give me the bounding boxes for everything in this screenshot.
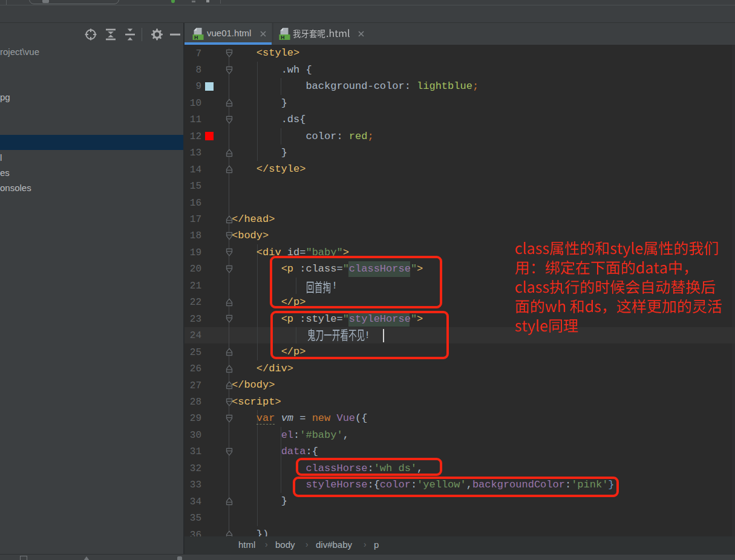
svg-text:H: H: [194, 34, 198, 40]
svg-text:H: H: [281, 34, 285, 40]
